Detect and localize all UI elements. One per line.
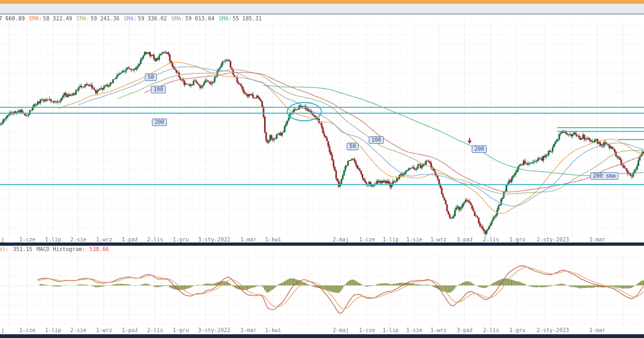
legend-value: 59 336.02 (138, 16, 170, 21)
x-axis-label: 1-paź (122, 327, 138, 333)
legend-value: 57 660.89 (0, 16, 28, 21)
x-axis-main: j1-cze1-lip2-sie1-wrz1-paź2-lis1-gru3-st… (0, 237, 644, 243)
ellipse-annotation[interactable] (287, 102, 322, 121)
ma-label-badge[interactable]: 100 (369, 136, 384, 144)
x-axis-label: 2-sty-2023 (537, 327, 569, 333)
support-resistance-line[interactable] (0, 113, 644, 114)
x-axis-label: 1-gru (509, 237, 525, 243)
x-axis-label: 1-wrz (430, 327, 447, 333)
ma-label-badge[interactable]: 50 (347, 143, 358, 150)
x-axis-label: 1-wrz (430, 237, 447, 243)
support-resistance-line[interactable] (557, 127, 644, 128)
ma-label-badge[interactable]: 200 sma (590, 172, 618, 180)
x-axis-label: 3-sty-2022 (198, 327, 230, 333)
legend-value: 55 185.31 (233, 16, 262, 21)
legend-label: SMA: (218, 16, 231, 21)
support-resistance-line[interactable] (557, 131, 644, 132)
x-axis-label: 1-cze (19, 327, 35, 333)
x-axis-label: 2-lis (483, 327, 499, 333)
x-axis-label: 1-sie (406, 237, 422, 243)
x-axis-label: j (1, 327, 4, 333)
legend-label: SMA: (124, 16, 137, 21)
x-axis-label: 1-mar (240, 327, 257, 333)
x-axis-label: 1-wrz (96, 327, 112, 333)
legend-value: 58 322.49 (43, 16, 75, 21)
legend-value: 59 013.04 (185, 16, 217, 21)
legend-value: 59 241.36 (91, 16, 123, 21)
x-axis-label: 1-cze (19, 237, 35, 243)
x-axis-label: 2-maj (333, 237, 349, 243)
x-axis-label: 3-paź (457, 237, 473, 243)
x-axis-label: 3-sty-2022 (198, 237, 230, 243)
price-chart-canvas[interactable] (0, 0, 644, 338)
macd-legend: gnal: 351.15 MACD Histogram: 538.66 (0, 246, 110, 252)
x-axis-label: 2-sie (70, 237, 86, 243)
x-axis-label: 2-maj (333, 327, 349, 333)
x-axis-label: 1-wrz (96, 237, 112, 243)
x-axis-label: 2-lis (147, 237, 163, 243)
x-axis-label: 1-mar (589, 237, 605, 243)
ma-label-badge[interactable]: 100 (151, 86, 166, 93)
ma-label-badge[interactable]: 200 (472, 145, 487, 153)
macd-legend-item: 538.66 (86, 246, 109, 252)
x-axis-label: 1-lip (383, 237, 399, 243)
x-axis-label: 1-mar (589, 327, 605, 333)
support-resistance-line[interactable] (0, 184, 644, 185)
macd-legend-item: MACD Histogram: (36, 246, 85, 252)
x-axis-label: 1-lip (45, 327, 61, 333)
x-axis-label: 1-gru (173, 237, 189, 243)
x-axis-label: j (1, 237, 4, 243)
x-axis-macd: j1-cze1-lip2-sie1-wrz1-paź2-lis1-gru3-st… (0, 327, 644, 334)
x-axis-label: 3-paź (457, 327, 473, 333)
x-axis-label: 2-lis (147, 327, 163, 333)
x-axis-label: 2-lis (483, 237, 499, 243)
ma-label-badge[interactable]: 50 (145, 74, 157, 81)
chart-page: 57 660.89 EMA:58 322.49 EMA:59 241.36 SM… (0, 0, 644, 338)
legend-label: SMA: (171, 16, 184, 21)
x-axis-label: 1-gru (173, 327, 189, 333)
support-resistance-line[interactable] (0, 107, 644, 108)
x-axis-label: 2-sie (70, 327, 86, 333)
x-axis-label: 1-cze (359, 237, 375, 243)
x-axis-label: 1-gru (509, 327, 525, 333)
x-axis-label: 1-kwi (265, 237, 281, 243)
x-axis-label: 1-lip (45, 237, 61, 243)
x-axis-label: 1-kwi (265, 327, 281, 333)
price-legend: 57 660.89 EMA:58 322.49 EMA:59 241.36 SM… (0, 16, 263, 21)
x-axis-label: 1-sie (406, 327, 422, 333)
legend-label: EMA: (29, 16, 42, 21)
x-axis-label: 1-mar (240, 237, 257, 243)
macd-legend-item: 351.15 (10, 246, 35, 252)
x-axis-label: 1-paź (122, 237, 138, 243)
bottom-bar (0, 334, 644, 338)
x-axis-label: 1-lip (383, 327, 399, 333)
x-axis-label: 2-sty-2023 (537, 237, 569, 243)
legend-label: EMA: (77, 16, 90, 21)
ma-label-badge[interactable]: 200 (152, 119, 167, 126)
macd-legend-item: gnal: (0, 246, 9, 252)
x-axis-label: 1-cze (359, 327, 375, 333)
support-resistance-line[interactable] (618, 139, 644, 140)
